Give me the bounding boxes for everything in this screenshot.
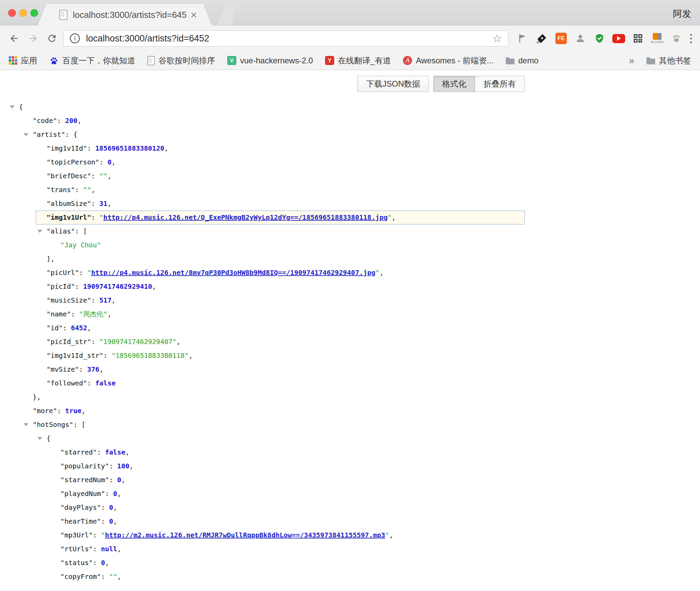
new-tab-button[interactable]: [217, 6, 236, 25]
json-token: ,: [121, 476, 125, 484]
close-window-button[interactable]: [8, 9, 16, 17]
page-content: 下载JSON数据 格式化 折叠所有 {"code": 200,"artist":…: [0, 70, 700, 591]
bookmark-item-apps[interactable]: 应用: [9, 55, 37, 66]
fe-extension-button[interactable]: FE: [554, 30, 568, 46]
pennant-flag-icon: [518, 33, 528, 43]
url-text[interactable]: localhost:3000/artists?id=6452: [86, 33, 488, 44]
json-line: "hearTime": 0,: [0, 515, 700, 528]
bookmark-item-youdao-translate[interactable]: Y 在线翻译_有道: [325, 55, 391, 66]
json-line: "picUrl": "http://p4.music.126.net/8mv7q…: [0, 266, 700, 280]
paw-extension-button[interactable]: [670, 30, 683, 46]
json-token: :: [75, 282, 83, 290]
flag-extension-button[interactable]: [516, 30, 529, 46]
json-token: :: [57, 117, 65, 125]
json-token: :: [97, 448, 105, 456]
json-token: "": [99, 172, 108, 180]
shield-extension-button[interactable]: [593, 30, 606, 46]
youtube-extension-button[interactable]: [612, 30, 625, 46]
json-token: ,: [379, 269, 383, 277]
back-button[interactable]: [7, 31, 22, 46]
json-token: ,: [392, 213, 396, 221]
json-line: "playedNum": 0,: [0, 487, 700, 501]
browser-tab[interactable]: localhost:3000/artists?id=645 ×: [38, 4, 212, 26]
folder-icon: [506, 59, 515, 64]
json-url-link[interactable]: http://p4.music.126.net/Q_ExePNkmgB2yWyL…: [104, 213, 388, 221]
json-line: "mp3Url": "http://m2.music.126.net/RMJR7…: [0, 528, 700, 542]
json-token: ,: [91, 186, 95, 194]
download-json-button[interactable]: 下载JSON数据: [357, 76, 429, 92]
extension-icons: en FE PLAYER: [516, 30, 683, 46]
json-token: ,: [99, 365, 104, 373]
json-line: "Jay Chou": [0, 238, 700, 252]
json-line: "trans": "",: [0, 183, 700, 197]
json-token: ,: [107, 310, 111, 318]
json-line: "name": "周杰伦",: [0, 307, 700, 321]
format-button[interactable]: 格式化: [434, 76, 475, 92]
json-url-link[interactable]: http://m2.music.126.net/RMJR7wDullRqppBk…: [105, 531, 385, 539]
paw-print-icon: [671, 33, 682, 44]
json-token: false: [95, 379, 116, 387]
minimize-window-button[interactable]: [19, 9, 27, 17]
json-token: },: [33, 393, 41, 401]
json-token: "albumSize": [47, 199, 91, 208]
json-token: ": [387, 213, 391, 221]
youdao-dict-extension-button[interactable]: en: [535, 30, 549, 46]
json-token: ,: [117, 490, 121, 498]
json-token: :: [93, 545, 101, 553]
green-shield-icon: [594, 33, 605, 44]
json-token: ,: [125, 448, 129, 456]
json-token: :: [99, 158, 108, 166]
bookmark-item-vue-hackernews[interactable]: V vue-hackernews-2.0: [227, 56, 313, 65]
json-token: :: [91, 213, 99, 221]
bookmark-item-other-bookmarks[interactable]: 其他书签: [646, 55, 691, 66]
json-token: :: [101, 503, 109, 511]
json-token: 0: [113, 490, 117, 498]
browser-menu-button[interactable]: [688, 33, 694, 44]
bookmark-item-google-sort[interactable]: 谷歌按时间排序: [147, 55, 215, 66]
fullscreen-window-button[interactable]: [30, 9, 38, 17]
person-icon: [575, 33, 586, 44]
tab-close-icon[interactable]: ×: [191, 9, 197, 20]
json-line: "albumSize": 31,: [0, 197, 700, 211]
json-token: "name": [47, 310, 71, 318]
tab-title: localhost:3000/artists?id=645: [73, 10, 186, 20]
forward-button[interactable]: [26, 31, 40, 46]
bookmark-item-awesomes[interactable]: A Awesomes - 前端资...: [403, 55, 493, 66]
json-token: 19097417462929410: [83, 282, 152, 290]
json-token: "code": [33, 117, 57, 125]
json-token: :: [91, 338, 99, 346]
json-line: "picId_str": "19097417462929407",: [0, 335, 700, 349]
json-url-link[interactable]: http://p4.music.126.net/8mv7qP30Pd3oHW8b…: [91, 269, 375, 277]
forward-arrow-icon: [28, 33, 38, 44]
reload-button[interactable]: [45, 31, 59, 46]
json-token: ,: [87, 324, 91, 332]
awesomes-icon: A: [403, 56, 412, 65]
bookmark-label: vue-hackernews-2.0: [240, 56, 313, 65]
bookmark-item-baidu[interactable]: 百度一下，你就知道: [49, 55, 135, 66]
json-line: "status": 0,: [0, 556, 700, 570]
json-line: "img1v1Id_str": "18569651883380118",: [0, 349, 700, 363]
json-token: "19097417462929407": [99, 338, 177, 346]
json-token: "img1v1Id": [47, 144, 87, 152]
bookmark-item-demo[interactable]: demo: [506, 56, 538, 65]
profile-extension-button[interactable]: [574, 30, 587, 46]
json-token: "briefDesc": [47, 172, 91, 180]
json-token: ,: [112, 158, 116, 166]
json-token: :: [79, 269, 87, 277]
bookmarks-overflow-icon[interactable]: »: [629, 55, 634, 66]
qr-extension-button[interactable]: [631, 30, 645, 46]
json-token: ,: [113, 503, 117, 511]
tab-strip: localhost:3000/artists?id=645 × 阿发: [0, 0, 700, 26]
address-bar[interactable]: localhost:3000/artists?id=6452 ☆: [63, 30, 508, 46]
profile-name: 阿发: [673, 8, 691, 20]
json-token: "": [109, 572, 117, 581]
bookmark-label: 在线翻译_有道: [338, 55, 391, 66]
bookmark-star-icon[interactable]: ☆: [492, 33, 502, 44]
page-info-icon[interactable]: [70, 33, 80, 43]
json-token: :: [79, 365, 87, 373]
bookmark-label: 其他书签: [659, 55, 691, 66]
json-token: "mp3Url": [60, 531, 93, 539]
player-extension-button[interactable]: PLAYER: [650, 30, 664, 46]
json-token: :: [101, 572, 109, 581]
collapse-all-button[interactable]: 折叠所有: [475, 76, 524, 92]
